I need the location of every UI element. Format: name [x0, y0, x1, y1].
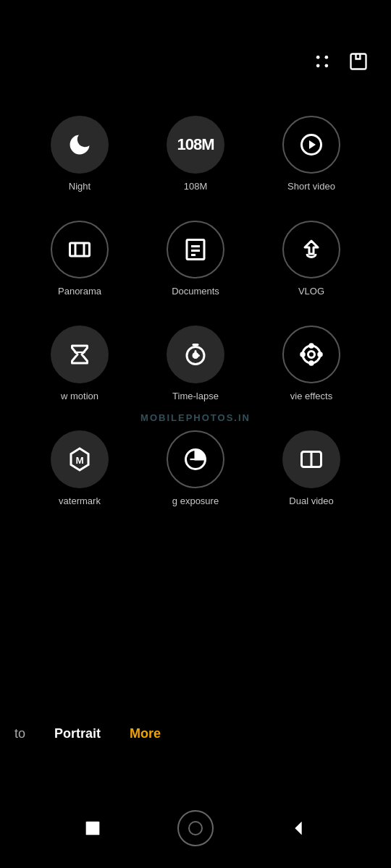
svg-point-21: [310, 344, 314, 348]
vlog-label: VLOG: [298, 286, 324, 297]
watermark-mode-item: M vatermark: [36, 430, 123, 506]
svg-marker-7: [309, 140, 316, 149]
svg-rect-4: [351, 54, 366, 69]
back-button[interactable]: [284, 814, 313, 843]
documents-mode-item: Documents: [152, 221, 239, 297]
night-label: Night: [69, 181, 91, 192]
top-icons: [311, 51, 369, 72]
svg-marker-32: [295, 822, 301, 835]
watermark-label: vatermark: [59, 495, 101, 506]
grid-icon[interactable]: [311, 51, 333, 72]
long-exposure-label: g exposure: [172, 495, 219, 506]
hourglass-icon: [67, 341, 93, 367]
vlog-button[interactable]: [282, 221, 340, 278]
svg-point-0: [316, 56, 320, 59]
documents-label: Documents: [172, 286, 219, 297]
108m-label: 108M: [184, 181, 208, 192]
svg-point-20: [308, 352, 315, 358]
108m-mode-item: 108M 108M: [152, 116, 239, 192]
svg-point-23: [301, 353, 305, 357]
dual-video-icon: [298, 446, 324, 472]
watermark-button[interactable]: M: [51, 430, 109, 488]
movie-effects-icon: [298, 341, 324, 367]
svg-point-24: [319, 353, 322, 357]
vlog-icon: [298, 237, 324, 263]
svg-point-1: [325, 56, 329, 59]
recents-button[interactable]: [78, 814, 107, 843]
tab-auto[interactable]: to: [7, 723, 33, 745]
svg-point-18: [193, 354, 198, 358]
short-video-button[interactable]: [282, 116, 340, 174]
slow-motion-mode-item: w motion: [36, 326, 123, 401]
svg-point-2: [316, 64, 320, 68]
panorama-button[interactable]: [51, 221, 109, 278]
panorama-mode-item: Panorama: [36, 221, 123, 297]
back-icon: [288, 818, 308, 838]
grid-row-4: M vatermark g exposure: [22, 430, 369, 506]
panorama-icon: [67, 237, 93, 263]
panorama-label: Panorama: [58, 286, 101, 297]
recents-icon: [83, 818, 103, 838]
hexagon-m-icon: M: [67, 446, 93, 472]
dual-video-label: Dual video: [289, 495, 333, 506]
108m-text: 108M: [177, 135, 214, 154]
movie-effects-mode-item: vie effects: [268, 326, 355, 401]
timelapse-label: Time-lapse: [172, 391, 219, 401]
vlog-mode-item: VLOG: [268, 221, 355, 297]
night-mode-button[interactable]: [51, 116, 109, 174]
dual-video-mode-item: Dual video: [268, 430, 355, 506]
long-exposure-mode-item: g exposure: [152, 430, 239, 506]
svg-point-3: [325, 64, 329, 68]
grid-row-1: Night 108M 108M Short video: [22, 116, 369, 192]
dual-video-button[interactable]: [282, 430, 340, 488]
system-bottom-bar: [0, 810, 391, 846]
documents-button[interactable]: [167, 221, 224, 278]
movie-effects-button[interactable]: [282, 326, 340, 383]
exposure-icon: [182, 446, 209, 472]
timelapse-mode-item: Time-lapse: [152, 326, 239, 401]
tab-portrait[interactable]: Portrait: [47, 723, 108, 745]
timer-icon: [182, 341, 209, 367]
svg-rect-8: [70, 243, 90, 256]
slow-motion-label: w motion: [61, 391, 98, 401]
short-video-mode-item: Short video: [268, 116, 355, 192]
grid-row-2: Panorama Documents VLOG: [22, 221, 369, 297]
108m-mode-button[interactable]: 108M: [167, 116, 224, 174]
play-circle-icon: [298, 132, 324, 158]
home-button[interactable]: [177, 810, 214, 846]
long-exposure-button[interactable]: [167, 430, 224, 488]
share-icon[interactable]: [348, 51, 369, 72]
modes-grid: Night 108M 108M Short video: [0, 116, 391, 535]
timelapse-button[interactable]: [167, 326, 224, 383]
tab-more[interactable]: More: [122, 723, 168, 745]
svg-text:M: M: [75, 455, 83, 466]
home-icon: [188, 821, 203, 835]
short-video-label: Short video: [287, 181, 335, 192]
svg-point-22: [310, 362, 314, 365]
night-mode-item: Night: [36, 116, 123, 192]
svg-rect-31: [86, 822, 100, 835]
bottom-nav-tabs: to Portrait More: [0, 723, 391, 745]
movie-effects-label: vie effects: [290, 391, 332, 401]
document-icon: [182, 237, 209, 263]
slow-motion-button[interactable]: [51, 326, 109, 383]
grid-row-3: w motion Time-lapse: [22, 326, 369, 401]
moon-icon: [67, 132, 93, 158]
